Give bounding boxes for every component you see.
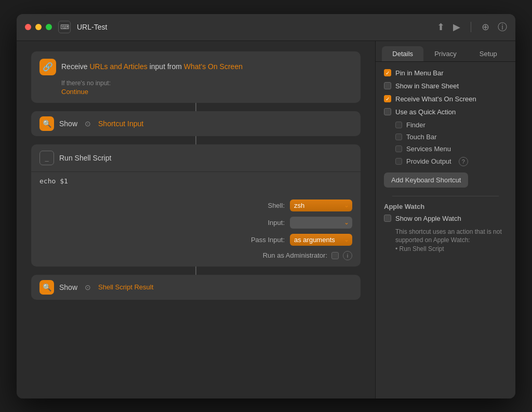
add-icon[interactable]: ⊕ bbox=[482, 21, 489, 33]
receive-text: Receive URLs and Articles input from Wha… bbox=[61, 62, 243, 72]
urls-label: URLs and Articles bbox=[89, 62, 147, 71]
connector-line-3 bbox=[195, 267, 196, 275]
receive-header: 🔗 Receive URLs and Articles input from W… bbox=[39, 59, 352, 75]
show-on-watch-checkbox[interactable] bbox=[384, 215, 391, 222]
app-window: ⌨ URL-Test ⬆ ▶ ⊕ ⓘ 🔗 Receive URLs and Ar… bbox=[17, 14, 515, 398]
show-bullet: ⊙ bbox=[85, 119, 91, 128]
shell-code-text: echo $1 bbox=[39, 177, 68, 185]
no-input-value[interactable]: Continue bbox=[61, 88, 352, 96]
receive-screen-label: Receive What's On Screen bbox=[395, 95, 476, 103]
shell-code: echo $1 bbox=[31, 172, 361, 193]
input-select[interactable] bbox=[290, 217, 352, 229]
main-content: 🔗 Receive URLs and Articles input from W… bbox=[17, 41, 515, 398]
quick-action-label: Use as Quick Action bbox=[395, 108, 456, 116]
connector-line-1 bbox=[195, 103, 196, 111]
provide-output-label: Provide Output bbox=[406, 157, 451, 165]
shell-select-wrapper: zsh bash sh bbox=[290, 200, 352, 211]
shell-title: Run Shell Script bbox=[59, 154, 111, 162]
pass-input-select[interactable]: as arguments to stdin bbox=[290, 234, 352, 246]
sidebar-content: Pin in Menu Bar Show in Share Sheet Rece… bbox=[376, 62, 515, 398]
share-button[interactable]: ⬆ bbox=[437, 21, 445, 33]
input-from-label: input from bbox=[150, 62, 182, 71]
share-sheet-row: Show in Share Sheet bbox=[384, 82, 507, 90]
admin-row: Run as Administrator: i bbox=[39, 251, 352, 260]
pass-input-wrapper: as arguments to stdin bbox=[290, 234, 352, 246]
pin-menu-bar-row: Pin in Menu Bar bbox=[384, 69, 507, 77]
input-label: Input: bbox=[233, 219, 285, 227]
finder-checkbox[interactable] bbox=[395, 122, 402, 128]
show-label-1: Show bbox=[59, 119, 77, 128]
show-on-watch-row: Show on Apple Watch bbox=[384, 215, 507, 222]
shortcut-input-label: Shortcut Input bbox=[98, 119, 143, 128]
maximize-button[interactable] bbox=[46, 24, 52, 30]
apple-watch-section: Apple Watch Show on Apple Watch This sho… bbox=[384, 203, 507, 254]
apple-watch-title: Apple Watch bbox=[384, 203, 507, 210]
shell-card: _ Run Shell Script echo $1 Shell: zsh ba… bbox=[31, 144, 361, 267]
shell-select[interactable]: zsh bash sh bbox=[290, 200, 352, 211]
receive-card: 🔗 Receive URLs and Articles input from W… bbox=[31, 51, 361, 103]
input-select-wrapper bbox=[290, 217, 352, 229]
no-input-label: If there's no input: bbox=[61, 79, 352, 87]
divider bbox=[392, 196, 499, 196]
watch-note: This shortcut uses an action that is not… bbox=[395, 228, 507, 254]
titlebar: ⌨ URL-Test ⬆ ▶ ⊕ ⓘ bbox=[17, 14, 515, 41]
touch-bar-row: Touch Bar bbox=[395, 133, 507, 141]
admin-label: Run as Administrator: bbox=[263, 251, 327, 259]
shell-label: Shell: bbox=[233, 202, 285, 209]
connector-line-2 bbox=[195, 136, 196, 144]
admin-info-icon[interactable]: i bbox=[343, 251, 352, 260]
shell-icon: _ bbox=[39, 151, 54, 165]
touch-bar-checkbox[interactable] bbox=[395, 134, 402, 140]
tab-details[interactable]: Details bbox=[382, 46, 423, 61]
finder-label: Finder bbox=[406, 121, 425, 129]
show-icon-1: 🔍 bbox=[39, 116, 54, 131]
no-input-section: If there's no input: Continue bbox=[39, 79, 352, 96]
show-card-2: 🔍 Show ⊙ Shell Script Result bbox=[31, 275, 361, 300]
show-card-1: 🔍 Show ⊙ Shortcut Input bbox=[31, 111, 361, 136]
info-icon[interactable]: ⓘ bbox=[498, 21, 507, 33]
services-menu-checkbox[interactable] bbox=[395, 145, 402, 152]
quick-action-row: Use as Quick Action bbox=[384, 108, 507, 116]
titlebar-actions: ⬆ ▶ ⊕ ⓘ bbox=[437, 21, 507, 33]
pass-input-label: Pass Input: bbox=[233, 236, 285, 244]
sidebar: Details Privacy Setup Pin in Menu Bar bbox=[375, 41, 515, 398]
pin-menu-bar-label: Pin in Menu Bar bbox=[395, 69, 444, 77]
sub-options: Finder Touch Bar Services Menu Provide O… bbox=[395, 121, 507, 166]
show-on-watch-label: Show on Apple Watch bbox=[395, 215, 461, 222]
shell-result-label: Shell Script Result bbox=[98, 283, 153, 291]
close-button[interactable] bbox=[25, 24, 31, 30]
tab-setup[interactable]: Setup bbox=[468, 46, 509, 61]
separator bbox=[471, 22, 471, 32]
receive-screen-checkbox[interactable] bbox=[384, 95, 391, 102]
pin-menu-bar-checkbox[interactable] bbox=[384, 69, 391, 76]
show-icon-2: 🔍 bbox=[39, 280, 54, 295]
canvas-area: 🔗 Receive URLs and Articles input from W… bbox=[17, 41, 375, 398]
shell-fields: Shell: zsh bash sh Input: bbox=[31, 193, 361, 267]
minimize-button[interactable] bbox=[35, 24, 42, 30]
input-field-row: Input: bbox=[39, 217, 352, 229]
receive-icon: 🔗 bbox=[39, 59, 56, 75]
receive-screen-row: Receive What's On Screen bbox=[384, 95, 507, 103]
window-title: URL-Test bbox=[77, 23, 107, 31]
add-keyboard-shortcut-button[interactable]: Add Keyboard Shortcut bbox=[384, 172, 468, 188]
show-bullet-2: ⊙ bbox=[85, 283, 91, 291]
show-label-2: Show bbox=[59, 283, 77, 291]
quick-action-checkbox[interactable] bbox=[384, 108, 391, 115]
services-menu-row: Services Menu bbox=[395, 145, 507, 153]
tab-privacy[interactable]: Privacy bbox=[424, 46, 466, 61]
share-sheet-checkbox[interactable] bbox=[384, 82, 391, 89]
sidebar-tabs: Details Privacy Setup bbox=[376, 41, 515, 62]
share-sheet-label: Show in Share Sheet bbox=[395, 82, 459, 90]
traffic-lights bbox=[25, 24, 52, 30]
receive-label: Receive bbox=[61, 62, 88, 71]
shortcut-icon: ⌨ bbox=[58, 21, 71, 33]
run-button[interactable]: ▶ bbox=[453, 21, 460, 33]
provide-output-info-icon[interactable]: ? bbox=[459, 157, 468, 166]
finder-row: Finder bbox=[395, 121, 507, 129]
admin-checkbox[interactable] bbox=[331, 252, 339, 259]
whats-on-screen: What's On Screen bbox=[184, 62, 243, 71]
touch-bar-label: Touch Bar bbox=[406, 133, 437, 141]
provide-output-checkbox[interactable] bbox=[395, 158, 402, 165]
services-menu-label: Services Menu bbox=[406, 145, 451, 153]
shell-header: _ Run Shell Script bbox=[31, 144, 361, 172]
